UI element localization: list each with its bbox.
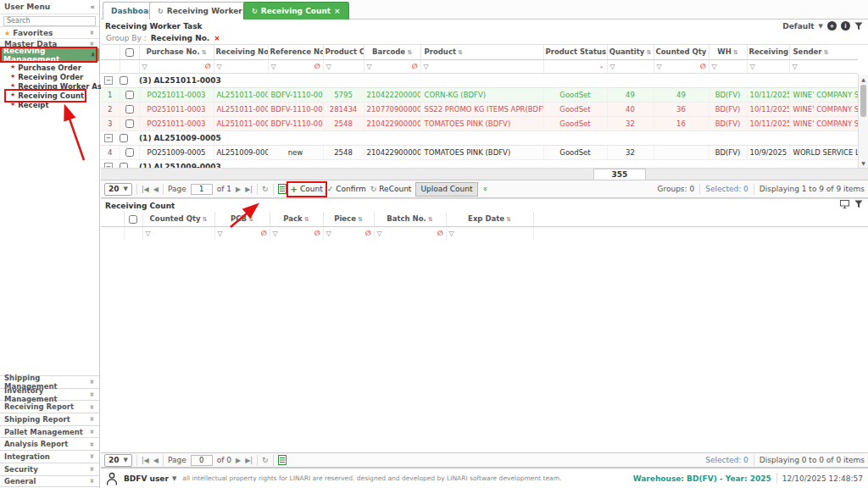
col-product-code[interactable]: Product Code [323, 45, 364, 59]
view-selector[interactable]: Default [782, 22, 814, 30]
filter-funnel-icon[interactable] [367, 63, 372, 70]
filter-funnel-icon[interactable] [424, 63, 429, 70]
refresh-button[interactable] [262, 456, 269, 464]
refresh-icon[interactable] [252, 8, 258, 15]
table-row[interactable]: 2 PO251011-0003 AL251011-0003 BDFV-1110-… [101, 102, 858, 116]
sidebar-item-receipt[interactable]: ★Receipt [0, 100, 99, 109]
confirm-button[interactable]: Confirm [327, 185, 366, 193]
col-purchase-no[interactable]: Purchase No. [139, 45, 214, 59]
page-input[interactable] [191, 455, 213, 466]
clear-filter-icon[interactable] [314, 230, 320, 237]
row-checkbox[interactable] [125, 105, 134, 114]
filter-icon[interactable] [854, 200, 863, 208]
export-excel-icon[interactable] [278, 455, 287, 465]
sidebar-item-receiving-worker-assign[interactable]: ★Receiving Worker Assign [0, 81, 99, 91]
last-page-button[interactable] [245, 186, 253, 193]
tab-receiving-count[interactable]: Receiving Count [243, 2, 349, 19]
col-pcb[interactable]: PCB [214, 212, 270, 226]
filter-funnel-icon[interactable] [217, 63, 222, 70]
collapse-group-icon[interactable]: − [104, 134, 113, 142]
col-product[interactable]: Product [420, 45, 543, 59]
first-page-button[interactable] [142, 186, 149, 193]
first-page-button[interactable] [142, 457, 149, 464]
sidebar-item-analysis-report[interactable]: Analysis Report [0, 437, 99, 450]
filter-funnel-icon[interactable] [326, 63, 331, 70]
scroll-down-icon[interactable]: ▼ [859, 160, 868, 166]
filter-funnel-icon[interactable] [218, 230, 223, 237]
col-barcode[interactable]: Barcode [364, 45, 420, 59]
scrollbar-thumb[interactable] [860, 85, 866, 117]
next-page-button[interactable] [236, 186, 241, 193]
collapse-sidebar-icon[interactable] [90, 3, 95, 11]
sidebar-item-receiving-count[interactable]: ★Receiving Count [0, 91, 99, 100]
chevron-down-icon[interactable]: ▼ [819, 23, 823, 30]
col-counted-qty[interactable]: Counted Qty [654, 45, 709, 59]
sidebar-item-general[interactable]: General [0, 475, 99, 488]
close-icon[interactable] [334, 7, 341, 15]
recount-button[interactable]: ReCount [370, 185, 412, 193]
filter-funnel-icon[interactable] [142, 63, 147, 70]
col-product-status[interactable]: Product Status [543, 45, 607, 59]
clear-filter-icon[interactable] [261, 230, 267, 237]
col-exp-date[interactable]: Exp Date [446, 212, 533, 226]
filter-funnel-icon[interactable] [610, 63, 615, 70]
sidebar-item-inventory-management[interactable]: Inventory Management [0, 388, 99, 401]
search-input[interactable] [3, 16, 96, 26]
table-row[interactable]: 3 PO251011-0003 AL251011-0003 BDFV-1110-… [101, 116, 858, 130]
filter-funnel-icon[interactable] [449, 230, 454, 237]
sidebar-item-receiving-management[interactable]: Receiving Management [0, 48, 99, 61]
page-size-select[interactable]: 20▼ [104, 454, 132, 467]
table-row[interactable]: 4 PO251009-0005 AL251009-0005 new 2548 2… [101, 145, 858, 159]
row-checkbox[interactable] [125, 148, 134, 157]
clear-filter-icon[interactable] [314, 63, 320, 70]
clear-filter-icon[interactable] [412, 63, 418, 70]
last-page-button[interactable] [245, 457, 253, 464]
col-pack[interactable]: Pack [270, 212, 323, 226]
sidebar-item-security[interactable]: Security [0, 463, 99, 475]
group-checkbox[interactable] [120, 76, 128, 85]
monitor-icon[interactable] [840, 200, 849, 208]
filter-funnel-icon[interactable] [377, 230, 382, 237]
remove-group-by-icon[interactable] [214, 34, 220, 42]
col-piece[interactable]: Piece [323, 212, 374, 226]
filter-funnel-icon[interactable] [326, 230, 331, 237]
add-circle-icon[interactable]: + [827, 21, 837, 30]
col-quantity[interactable]: Quantity [607, 45, 654, 59]
col-reference-no[interactable]: Reference No. (PO) [268, 45, 323, 59]
clear-filter-icon[interactable] [205, 63, 211, 70]
prev-page-button[interactable] [153, 457, 159, 464]
table-row[interactable]: 1 PO251011-0003 AL251011-0003 BDFV-1110-… [101, 87, 858, 102]
next-page-button[interactable] [236, 457, 241, 464]
filter-funnel-icon[interactable] [146, 230, 151, 237]
refresh-icon[interactable] [158, 8, 164, 15]
upload-count-button[interactable]: Upload Count [415, 182, 477, 197]
refresh-button[interactable] [262, 185, 269, 193]
filter-funnel-icon[interactable] [273, 230, 278, 237]
collapse-group-icon[interactable]: − [104, 76, 113, 85]
page-input[interactable] [191, 184, 213, 195]
sidebar-item-favorites[interactable]: ★ Favorites [0, 26, 99, 38]
vertical-scrollbar[interactable]: ▲ ▼ [858, 75, 868, 168]
sidebar-item-integration[interactable]: Integration [0, 450, 99, 463]
filter-icon[interactable] [854, 22, 863, 30]
filter-funnel-icon[interactable] [712, 63, 717, 70]
sidebar-item-purchase-order[interactable]: ★Purchase Order [0, 63, 99, 72]
info-icon[interactable]: i [841, 21, 850, 30]
col-sender[interactable]: Sender [789, 45, 858, 59]
select-all-checkbox[interactable] [125, 48, 134, 57]
clear-filter-icon[interactable] [437, 230, 443, 237]
col-batch-no[interactable]: Batch No. [374, 212, 446, 226]
more-actions-icon[interactable] [480, 186, 488, 191]
sidebar-item-receiving-order[interactable]: ★Receiving Order [0, 72, 99, 81]
status-filter-select[interactable]: ⌄ [599, 63, 604, 69]
clear-filter-icon[interactable] [365, 230, 371, 237]
filter-funnel-icon[interactable] [657, 63, 662, 70]
filter-funnel-icon[interactable] [793, 63, 798, 70]
col-wh[interactable]: WH [709, 45, 747, 59]
filter-funnel-icon[interactable] [271, 63, 276, 70]
sidebar-item-shipping-report[interactable]: Shipping Report [0, 413, 99, 425]
filter-funnel-icon[interactable] [750, 63, 755, 70]
prev-page-button[interactable] [153, 186, 159, 193]
col-counted-qty[interactable]: Counted Qty [142, 212, 214, 226]
export-excel-icon[interactable] [278, 184, 287, 194]
